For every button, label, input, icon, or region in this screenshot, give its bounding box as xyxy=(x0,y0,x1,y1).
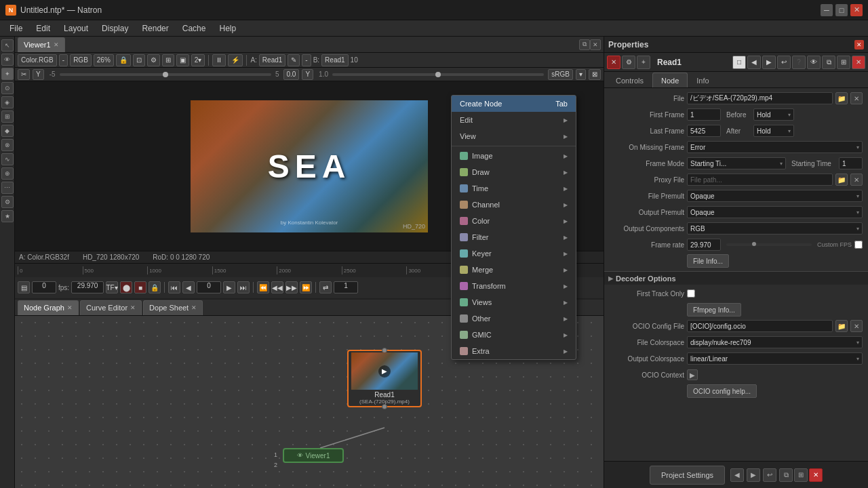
menu-render[interactable]: Render xyxy=(135,22,175,35)
clip-btn[interactable]: ⊞ xyxy=(162,54,174,66)
tool-grid[interactable]: ⊞ xyxy=(1,110,14,123)
file-clear-btn[interactable]: ✕ xyxy=(850,92,863,104)
colorspace-menu-btn[interactable]: ▾ xyxy=(576,69,586,80)
frame-rate-input[interactable]: 29.970 xyxy=(687,239,721,251)
prev-frame-btn[interactable]: ◀ xyxy=(182,281,195,293)
gamma-slider[interactable] xyxy=(332,73,544,76)
menu-edit[interactable]: Edit xyxy=(29,22,57,35)
cm-gmic[interactable]: GMIC xyxy=(452,327,576,343)
viewer-tab[interactable]: Viewer1 ✕ xyxy=(18,37,65,52)
start-frame-input[interactable]: 1 xyxy=(334,281,358,293)
bottom-float-btn[interactable]: ⧉ xyxy=(779,468,793,482)
bounce-btn[interactable]: ⇄ xyxy=(319,281,332,293)
float-viewer-button[interactable]: ⧉ xyxy=(579,39,590,50)
node-color-btn[interactable]: □ xyxy=(732,56,746,69)
frame-mode-selector[interactable]: Starting Ti... ▾ xyxy=(687,157,786,169)
close-button[interactable]: ✕ xyxy=(850,4,863,16)
close-viewer-button[interactable]: ✕ xyxy=(590,39,601,50)
minimize-button[interactable]: ─ xyxy=(821,4,833,16)
bottom-prev-btn[interactable]: ◀ xyxy=(730,468,744,482)
cm-merge[interactable]: Merge xyxy=(452,262,576,278)
a-dash-btn[interactable]: - xyxy=(302,54,311,66)
node-close-btn[interactable]: ✕ xyxy=(852,56,865,69)
cm-color[interactable]: Color xyxy=(452,213,576,229)
current-frame-input[interactable]: 0 xyxy=(32,281,56,293)
goto-start-btn[interactable]: ⏮ xyxy=(168,281,180,293)
dope-sheet-close[interactable]: ✕ xyxy=(191,304,197,311)
colorspace-selector[interactable]: sRGB xyxy=(548,69,573,80)
menu-help[interactable]: Help xyxy=(212,22,243,35)
output-premult-selector[interactable]: Opaque ▾ xyxy=(687,206,863,218)
render-btn[interactable]: ⬤ xyxy=(120,281,132,293)
zoom-selector[interactable]: 26% xyxy=(94,54,114,66)
proxy-clear-btn[interactable]: ✕ xyxy=(850,174,863,186)
proxy-file-input[interactable]: File path... xyxy=(687,174,833,186)
roi-btn[interactable]: ▣ xyxy=(176,54,189,66)
pause-btn[interactable]: ⏸ xyxy=(212,54,226,66)
toggle-viewer-btn[interactable]: ▤ xyxy=(18,281,30,293)
color-mode-selector[interactable]: RGB xyxy=(70,54,92,66)
tool-paint[interactable]: ◈ xyxy=(1,96,14,108)
proxy-browse-btn[interactable]: 📁 xyxy=(835,174,848,186)
cm-image[interactable]: Image xyxy=(452,148,576,164)
menu-cache[interactable]: Cache xyxy=(176,22,213,35)
node-float-btn[interactable]: ⧉ xyxy=(822,56,835,69)
next-keyframe-btn[interactable]: ⏩ xyxy=(300,281,312,293)
cm-draw[interactable]: Draw xyxy=(452,164,576,180)
frame-rate-slider[interactable] xyxy=(726,243,812,246)
tab-dope-sheet[interactable]: Dope Sheet ✕ xyxy=(143,300,203,315)
ocio-config-browse-btn[interactable]: 📁 xyxy=(835,320,848,332)
sync-btn[interactable]: 🔒 xyxy=(116,54,131,66)
lock-frame-btn[interactable]: 🔒 xyxy=(149,281,161,293)
gain-sync-btn[interactable]: Y xyxy=(302,69,313,80)
tool-more[interactable]: ⋯ xyxy=(1,182,14,194)
gain-value-display[interactable]: 0.0 xyxy=(283,69,300,80)
bottom-close-btn[interactable]: ✕ xyxy=(809,468,823,482)
center-frame-display[interactable]: 0 xyxy=(197,281,221,293)
last-frame-value[interactable]: 5425 xyxy=(687,125,721,137)
maximize-button[interactable]: □ xyxy=(835,4,848,16)
node-expand-btn[interactable]: ⊞ xyxy=(837,56,850,69)
starting-time-value[interactable]: 1 xyxy=(839,157,863,169)
fit-btn[interactable]: ⊡ xyxy=(133,54,145,66)
menu-layout[interactable]: Layout xyxy=(57,22,95,35)
cm-filter[interactable]: Filter xyxy=(452,229,576,245)
bottom-undo-btn[interactable]: ↩ xyxy=(763,468,776,482)
bottom-next-btn[interactable]: ▶ xyxy=(747,468,760,482)
tf-btn[interactable]: TF▾ xyxy=(106,281,118,293)
cm-create-node[interactable]: Create Node Tab xyxy=(452,96,576,112)
decoder-options-section[interactable]: ▶ Decoder Options xyxy=(604,271,868,285)
play-backward-btn[interactable]: ◀◀ xyxy=(271,281,283,293)
color-channel-selector[interactable]: Color.RGB xyxy=(18,54,57,66)
b-input-selector[interactable]: Read1 xyxy=(321,54,348,66)
tool-3d[interactable]: ◆ xyxy=(1,125,14,137)
cm-time[interactable]: Time xyxy=(452,180,576,197)
first-frame-value[interactable]: 1 xyxy=(687,108,721,121)
file-value[interactable]: /ビデオ/SEA-(720p29).mp4 xyxy=(687,92,833,104)
display-mode-btn[interactable]: - xyxy=(59,54,68,66)
next-frame-btn[interactable]: ▶ xyxy=(223,281,235,293)
wipe-btn[interactable]: Y xyxy=(33,69,44,80)
tab-node[interactable]: Node xyxy=(652,73,688,87)
stop-btn[interactable]: ■ xyxy=(134,281,146,293)
cm-transform[interactable]: Transform xyxy=(452,278,576,294)
read1-play-btn[interactable]: ▶ xyxy=(378,365,391,378)
node-error-btn[interactable]: ✕ xyxy=(607,56,620,69)
node-graph-close[interactable]: ✕ xyxy=(67,304,73,311)
file-browse-btn[interactable]: 📁 xyxy=(835,92,848,104)
tool-link[interactable]: ⊕ xyxy=(1,167,14,180)
node-redo-btn[interactable]: ? xyxy=(792,56,806,69)
gain-slider[interactable] xyxy=(60,73,271,76)
node-add-btn[interactable]: + xyxy=(637,56,650,69)
fps-input[interactable]: 29.970 xyxy=(71,281,104,293)
gamma-toggle[interactable]: ✂ xyxy=(18,69,30,80)
ffmpeg-info-button[interactable]: Ffmpeg Info... xyxy=(687,303,741,317)
tab-node-graph[interactable]: Node Graph ✕ xyxy=(18,300,79,315)
tool-viewer[interactable]: 👁 xyxy=(1,54,14,66)
bottom-expand-btn[interactable]: ⊞ xyxy=(794,468,808,482)
play-sync-btn[interactable]: ⚡ xyxy=(228,54,243,66)
node-undo-btn[interactable]: ↩ xyxy=(777,56,791,69)
cm-keyer[interactable]: Keyer xyxy=(452,245,576,262)
tab-controls[interactable]: Controls xyxy=(607,73,652,87)
tab-info[interactable]: Info xyxy=(688,73,717,87)
